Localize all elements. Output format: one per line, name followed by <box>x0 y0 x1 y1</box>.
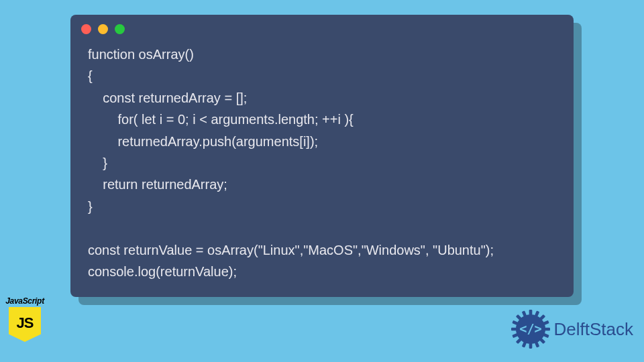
svg-rect-11 <box>521 341 526 347</box>
svg-rect-15 <box>512 333 518 338</box>
badge-label: JavaScript <box>4 296 46 306</box>
brand-name: DelftStack <box>554 319 634 340</box>
js-shield-icon: JS <box>9 307 41 342</box>
javascript-badge: JavaScript JS <box>4 296 46 342</box>
close-icon <box>81 24 91 34</box>
delftstack-gear-icon: </> <box>511 310 550 349</box>
svg-rect-12 <box>521 310 526 316</box>
brand-logo-block: </> DelftStack <box>511 310 634 349</box>
svg-text:</>: </> <box>519 322 542 336</box>
minimize-icon <box>98 24 108 34</box>
svg-rect-5 <box>544 328 549 331</box>
svg-rect-17 <box>543 333 549 338</box>
svg-rect-16 <box>512 320 518 325</box>
svg-rect-10 <box>534 310 539 316</box>
svg-rect-3 <box>529 343 532 349</box>
code-window: function osArray() { const returnedArray… <box>70 15 574 297</box>
svg-rect-4 <box>511 328 517 331</box>
code-block: function osArray() { const returnedArray… <box>70 40 574 282</box>
svg-rect-14 <box>543 320 549 325</box>
shield-text: JS <box>17 314 34 332</box>
svg-rect-2 <box>529 310 532 315</box>
window-titlebar <box>70 15 574 40</box>
maximize-icon <box>115 24 125 34</box>
svg-rect-13 <box>534 341 539 347</box>
